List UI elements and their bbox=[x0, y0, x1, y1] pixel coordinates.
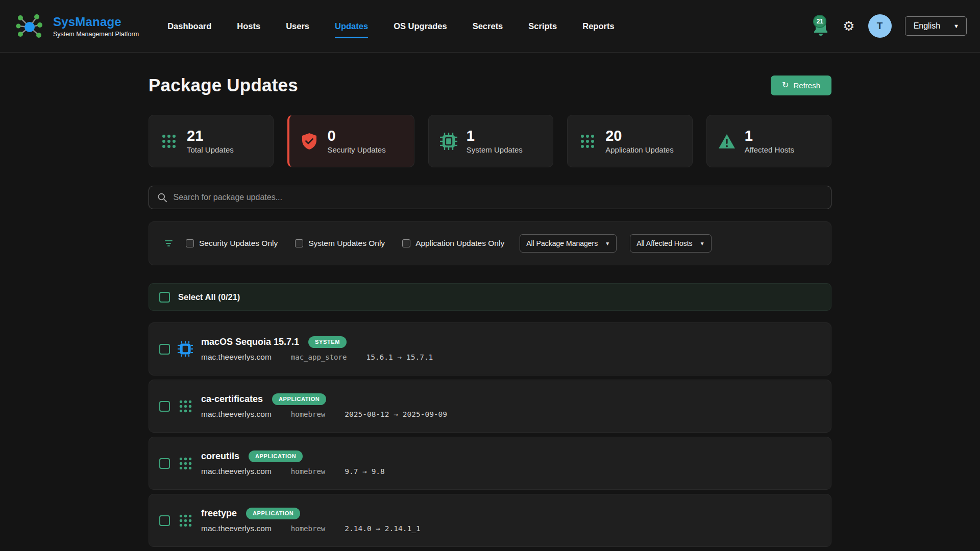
stat-card-affected-hosts: 1 Affected Hosts bbox=[706, 115, 831, 167]
stat-label: Affected Hosts bbox=[745, 145, 794, 154]
package-name: coreutils bbox=[201, 451, 239, 462]
update-row-macos-sequoia[interactable]: macOS Sequoia 15.7.1 SYSTEM mac.theeverl… bbox=[149, 322, 831, 375]
checkbox[interactable] bbox=[186, 239, 194, 247]
stat-label: System Updates bbox=[467, 145, 523, 154]
stat-card-system-updates: 1 System Updates bbox=[428, 115, 553, 167]
update-type-badge: SYSTEM bbox=[308, 336, 347, 348]
shield-check-icon bbox=[301, 133, 318, 150]
stat-value: 1 bbox=[467, 128, 523, 144]
update-type-badge: APPLICATION bbox=[272, 393, 326, 405]
stat-value: 21 bbox=[187, 128, 234, 144]
checkbox[interactable] bbox=[402, 239, 410, 247]
chevron-down-icon: ▼ bbox=[700, 241, 705, 246]
language-selected-value: English bbox=[914, 21, 940, 31]
stat-value: 20 bbox=[605, 128, 673, 144]
search-input[interactable] bbox=[174, 193, 823, 202]
nav-item-updates[interactable]: Updates bbox=[335, 17, 368, 35]
brand-name: SysManage bbox=[53, 15, 139, 29]
update-type-badge: APPLICATION bbox=[249, 450, 303, 462]
update-row-coreutils[interactable]: coreutils APPLICATION mac.theeverlys.com… bbox=[149, 437, 831, 490]
grid-icon bbox=[579, 134, 596, 149]
main-nav: Dashboard Hosts Users Updates OS Upgrade… bbox=[167, 17, 614, 35]
filter-security-updates-only[interactable]: Security Updates Only bbox=[186, 239, 278, 248]
nav-item-users[interactable]: Users bbox=[286, 17, 309, 35]
select-all-checkbox[interactable] bbox=[159, 292, 170, 303]
top-nav-bar: SysManage System Management Platform Das… bbox=[0, 0, 980, 53]
grid-icon bbox=[178, 514, 193, 528]
page-title: Package Updates bbox=[149, 75, 298, 95]
grid-icon bbox=[160, 134, 178, 149]
user-avatar[interactable]: T bbox=[868, 14, 892, 38]
stat-card-application-updates: 20 Application Updates bbox=[567, 115, 692, 167]
stat-value: 0 bbox=[327, 128, 385, 144]
version-change: 2.14.0 → 2.14.1_1 bbox=[345, 524, 420, 533]
row-checkbox[interactable] bbox=[159, 458, 170, 469]
update-row-ca-certificates[interactable]: ca-certificates APPLICATION mac.theeverl… bbox=[149, 380, 831, 433]
cpu-chip-icon bbox=[440, 133, 457, 150]
stat-label: Security Updates bbox=[327, 145, 385, 154]
grid-icon bbox=[178, 457, 193, 470]
select-all-bar: Select All (0/21) bbox=[149, 283, 831, 311]
update-list: macOS Sequoia 15.7.1 SYSTEM mac.theeverl… bbox=[149, 322, 831, 551]
chevron-down-icon: ▼ bbox=[953, 23, 959, 29]
package-manager-select[interactable]: All Package Managers ▼ bbox=[520, 234, 617, 253]
refresh-icon: ↻ bbox=[782, 81, 789, 89]
package-manager: homebrew bbox=[291, 467, 325, 475]
host-name: mac.theeverlys.com bbox=[201, 410, 272, 419]
row-checkbox[interactable] bbox=[159, 344, 170, 355]
grid-icon bbox=[178, 399, 193, 413]
brand-tagline: System Management Platform bbox=[53, 31, 139, 38]
warning-triangle-icon bbox=[718, 134, 736, 149]
nav-item-dashboard[interactable]: Dashboard bbox=[167, 17, 211, 35]
refresh-button[interactable]: ↻ Refresh bbox=[771, 76, 831, 95]
filter-application-updates-only[interactable]: Application Updates Only bbox=[402, 239, 504, 248]
package-name: ca-certificates bbox=[201, 394, 263, 405]
checkbox[interactable] bbox=[295, 239, 303, 247]
nav-item-scripts[interactable]: Scripts bbox=[528, 17, 557, 35]
version-change: 15.6.1 → 15.7.1 bbox=[366, 353, 433, 361]
filter-icon bbox=[164, 240, 173, 246]
filters-panel: Security Updates Only System Updates Onl… bbox=[149, 221, 831, 265]
host-name: mac.theeverlys.com bbox=[201, 353, 272, 362]
row-checkbox[interactable] bbox=[159, 401, 170, 412]
nav-item-secrets[interactable]: Secrets bbox=[473, 17, 503, 35]
stat-card-security-updates: 0 Security Updates bbox=[287, 115, 414, 167]
stat-label: Total Updates bbox=[187, 145, 234, 154]
cpu-chip-icon bbox=[178, 341, 193, 357]
stat-value: 1 bbox=[745, 128, 794, 144]
search-icon bbox=[157, 192, 167, 203]
chevron-down-icon: ▼ bbox=[605, 241, 610, 246]
brand[interactable]: SysManage System Management Platform bbox=[13, 10, 139, 42]
select-all-label: Select All (0/21) bbox=[178, 292, 240, 302]
host-name: mac.theeverlys.com bbox=[201, 524, 272, 533]
filter-system-updates-only[interactable]: System Updates Only bbox=[295, 239, 385, 248]
sysmanage-logo-icon bbox=[13, 10, 46, 42]
package-manager: homebrew bbox=[291, 410, 325, 418]
host-name: mac.theeverlys.com bbox=[201, 467, 272, 476]
package-manager: mac_app_store bbox=[291, 353, 347, 361]
version-change: 9.7 → 9.8 bbox=[345, 467, 385, 475]
language-select[interactable]: English ▼ bbox=[905, 16, 967, 36]
version-change: 2025-08-12 → 2025-09-09 bbox=[345, 410, 447, 418]
settings-gear-icon[interactable]: ⚙ bbox=[843, 19, 854, 33]
search-bar bbox=[149, 186, 831, 209]
stats-cards: 21 Total Updates 0 Security Updates bbox=[149, 115, 831, 167]
stat-card-total-updates: 21 Total Updates bbox=[149, 115, 274, 167]
package-manager: homebrew bbox=[291, 524, 325, 533]
notifications-bell-icon[interactable]: 21 bbox=[812, 16, 829, 36]
nav-item-hosts[interactable]: Hosts bbox=[237, 17, 260, 35]
nav-item-os-upgrades[interactable]: OS Upgrades bbox=[394, 17, 447, 35]
package-name: macOS Sequoia 15.7.1 bbox=[201, 337, 299, 347]
package-name: freetype bbox=[201, 508, 237, 519]
row-checkbox[interactable] bbox=[159, 515, 170, 526]
nav-item-reports[interactable]: Reports bbox=[582, 17, 614, 35]
stat-label: Application Updates bbox=[605, 145, 673, 154]
affected-hosts-select[interactable]: All Affected Hosts ▼ bbox=[630, 234, 711, 253]
update-type-badge: APPLICATION bbox=[246, 508, 300, 519]
update-row-freetype[interactable]: freetype APPLICATION mac.theeverlys.com … bbox=[149, 494, 831, 547]
